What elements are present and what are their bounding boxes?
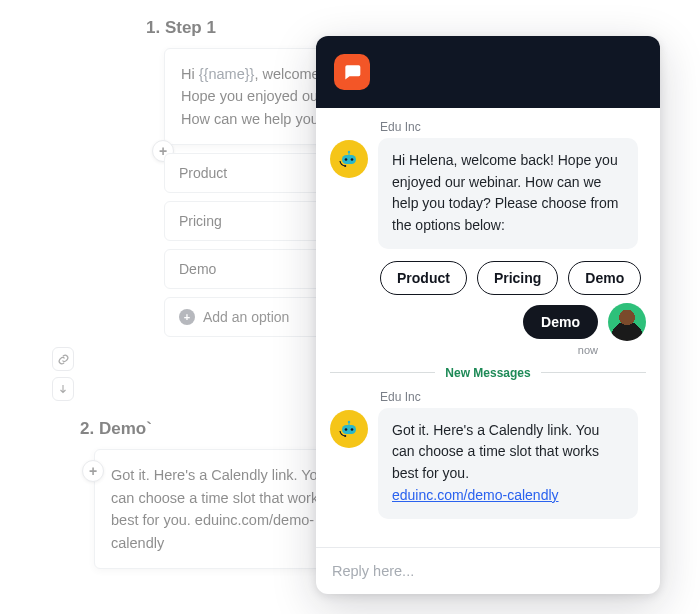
choice-product[interactable]: Product — [380, 261, 467, 295]
step1-title: 1. Step 1 — [146, 18, 430, 38]
bot-message: Hi Helena, welcome back! Hope you enjoye… — [330, 138, 646, 249]
svg-point-11 — [344, 435, 346, 437]
choice-pricing[interactable]: Pricing — [477, 261, 558, 295]
timestamp: now — [330, 344, 598, 356]
name-token: {{name}} — [199, 66, 255, 82]
svg-point-3 — [345, 158, 348, 161]
user-avatar — [608, 303, 646, 341]
option-label: Pricing — [179, 213, 222, 229]
new-messages-divider: New Messages — [330, 366, 646, 380]
calendly-link[interactable]: eduinc.com/demo-calendly — [392, 487, 559, 503]
link-icon-svg — [57, 353, 70, 366]
bot-bubble: Hi Helena, welcome back! Hope you enjoye… — [378, 138, 638, 249]
add-step-button[interactable]: + — [82, 460, 104, 482]
svg-point-4 — [351, 158, 354, 161]
bot-icon — [337, 147, 361, 171]
step1-line: Hope you enjoyed our w — [181, 88, 337, 104]
user-bubble: Demo — [523, 305, 598, 339]
reply-input[interactable] — [332, 563, 644, 579]
step1-line: How can we help you... — [181, 111, 331, 127]
bot-avatar — [330, 140, 368, 178]
svg-point-5 — [344, 165, 346, 167]
chat-header — [316, 36, 660, 108]
sender-label: Edu Inc — [380, 390, 646, 404]
sender-label: Edu Inc — [380, 120, 646, 134]
step1-line: Hi — [181, 66, 199, 82]
speech-bubble-icon — [342, 62, 362, 82]
reply-composer — [316, 547, 660, 594]
add-option-label: Add an option — [203, 309, 289, 325]
option-label: Demo — [179, 261, 216, 277]
chat-widget: Edu Inc Hi Helena, welcome back! Hope yo… — [316, 36, 660, 594]
bot-text: Got it. Here's a Calendly link. You can … — [392, 422, 599, 481]
plus-circle-icon: + — [179, 309, 195, 325]
bot-avatar — [330, 410, 368, 448]
svg-point-10 — [351, 428, 354, 431]
bot-icon — [337, 417, 361, 441]
arrow-down-svg — [57, 383, 69, 395]
link-icon[interactable] — [52, 347, 74, 371]
new-messages-label: New Messages — [445, 366, 530, 380]
svg-rect-8 — [342, 425, 356, 434]
user-message: Demo — [330, 303, 646, 341]
choice-demo[interactable]: Demo — [568, 261, 641, 295]
chat-body: Edu Inc Hi Helena, welcome back! Hope yo… — [316, 108, 660, 547]
choice-row: Product Pricing Demo — [380, 261, 646, 295]
bot-bubble: Got it. Here's a Calendly link. You can … — [378, 408, 638, 519]
svg-point-9 — [345, 428, 348, 431]
option-label: Product — [179, 165, 227, 181]
chat-app-icon — [334, 54, 370, 90]
svg-rect-2 — [342, 155, 356, 164]
bot-message: Got it. Here's a Calendly link. You can … — [330, 408, 646, 519]
arrow-down-icon[interactable] — [52, 377, 74, 401]
